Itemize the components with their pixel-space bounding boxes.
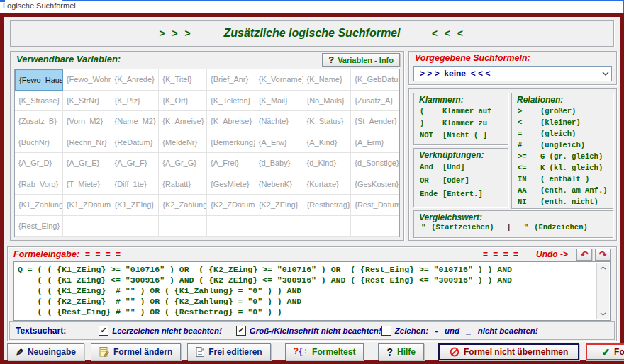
variable-cell[interactable]: {K2_ZEing} <box>255 195 303 216</box>
scroll-down-icon[interactable] <box>597 309 609 319</box>
variable-cell[interactable]: {K_Telefon} <box>207 91 255 112</box>
textsuchart-option: Zeichen: - und _ nicht beachten! <box>381 326 538 336</box>
textsuchart-option: ✓Groß-/Kleinschrift nicht beachten! <box>236 326 381 336</box>
variable-cell[interactable]: {Zusatz_A} <box>351 91 399 112</box>
end-quote-symbol: " <box>524 223 528 232</box>
formula-textbox[interactable]: Q = ( ( {K1_ZEing} >= "010716" ) OR ( {K… <box>13 261 611 321</box>
dialog-body: > > > Zusätzliche logische Suchformel < … <box>4 17 620 360</box>
formula-scrollbar[interactable] <box>596 263 609 319</box>
variables-info-button[interactable]: ? Variablen - Info <box>322 53 400 67</box>
variable-cell[interactable]: {Name_M2} <box>111 111 160 132</box>
variable-cell[interactable]: {K_Titel} <box>159 69 207 91</box>
variable-cell[interactable]: {K1_Zahlung} <box>15 195 63 216</box>
variable-cell[interactable]: {d_Kind} <box>303 153 352 174</box>
dialog-frame: > > > Zusätzliche logische Suchformel < … <box>0 13 624 364</box>
variable-cell[interactable]: {Zusatz_B} <box>15 111 63 132</box>
variable-cell[interactable]: {Restbetrag} <box>303 195 352 216</box>
formulas-dropdown[interactable]: > > > keine < < < <box>413 66 612 81</box>
variable-cell[interactable]: {BuchNr} <box>15 132 63 154</box>
variable-cell[interactable]: {A_Erm} <box>351 132 399 154</box>
variable-cell[interactable]: {Fewo_Wohn} <box>63 69 111 91</box>
question-icon: ? <box>328 55 334 65</box>
variable-cell[interactable]: {K_Status} <box>303 111 352 132</box>
vergleichswert-row: " (Startzeichen) | " (Endzeichen) <box>414 223 613 232</box>
variables-grid: {Fewo_Haus}{Fewo_Wohn}{K_Anrede}{K_Titel… <box>14 69 400 237</box>
variable-cell[interactable]: {A_Gr_F} <box>111 153 160 174</box>
help-item: <=K (kl. gleich) <box>512 162 613 174</box>
variable-cell[interactable]: {K_Abreise} <box>207 111 255 132</box>
formel-uebernehmen-button[interactable]: ✓Formel übernehmen <box>586 343 624 360</box>
variable-cell[interactable]: {K1_ZDatum} <box>63 195 111 216</box>
variable-cell[interactable]: {GesKosten} <box>351 174 399 195</box>
variable-cell[interactable]: {MeldeNr} <box>159 132 207 154</box>
variable-cell[interactable]: {Nächte} <box>255 111 303 132</box>
undo-button[interactable]: ↶ <box>576 249 592 261</box>
variable-cell[interactable]: {St_Aender} <box>351 111 399 132</box>
variable-cell[interactable]: {A_Gr_D} <box>15 153 63 174</box>
variable-cell[interactable]: {Vorn_M2} <box>63 111 111 132</box>
variable-cell[interactable]: {A_Frei} <box>207 153 255 174</box>
redo-button[interactable]: ↷ <box>595 249 611 261</box>
variable-cell[interactable]: {A_Gr_G} <box>159 153 207 174</box>
variable-cell[interactable]: {Rab_Vorg} <box>15 174 63 195</box>
variable-cell[interactable]: {K_Anrede} <box>111 69 160 91</box>
variable-cell[interactable]: {K_Plz} <box>111 91 160 112</box>
variable-cell[interactable]: {Rechn_Nr} <box>63 132 111 154</box>
variable-cell[interactable]: {K_Strasse} <box>15 91 63 112</box>
variable-cell[interactable]: {K1_ZEing} <box>111 195 160 216</box>
variable-cell[interactable]: {K_Name} <box>303 69 352 91</box>
variable-cell[interactable]: {Fewo_Haus} <box>15 69 63 91</box>
formel-nicht-uebernehmen-button[interactable]: Formel nicht übernehmen <box>438 343 579 360</box>
variable-cell[interactable]: {K2_ZDatum} <box>207 195 255 216</box>
variable-cell[interactable]: {K_Anreise} <box>159 111 207 132</box>
variable-cell[interactable]: {T_Miete} <box>63 174 111 195</box>
variable-cell[interactable]: {A_Kind} <box>303 132 352 154</box>
window-titlebar[interactable]: Logische Suchformel <box>0 0 624 13</box>
scroll-up-icon[interactable] <box>597 263 609 273</box>
variable-cell[interactable]: {A_Gr_E} <box>63 153 111 174</box>
variable-cell[interactable]: {K2_Zahlung} <box>159 195 207 216</box>
variable-cell[interactable]: {Rabatt} <box>159 174 207 195</box>
formeltest-button[interactable]: ?{:Formeltest <box>285 343 364 360</box>
checkbox-unchecked-icon[interactable] <box>381 326 391 336</box>
checkbox-checked-icon[interactable]: ✓ <box>236 326 246 336</box>
edit-note-icon <box>99 347 109 357</box>
variable-cell[interactable]: {d_Sonstige} <box>351 153 399 174</box>
variable-cell[interactable]: {A_Erw} <box>255 132 303 154</box>
variable-cell[interactable]: {K_StrNr} <box>63 91 111 112</box>
variable-cell[interactable]: {Bemerkung} <box>207 132 255 154</box>
textsuchart-options: Textsuchart: ✓Leerzeichen nicht beachten… <box>9 321 615 340</box>
variable-cell[interactable]: {ReDatum} <box>111 132 160 154</box>
variable-cell[interactable]: {d_Baby} <box>255 153 303 174</box>
variable-cell[interactable]: {K_Vorname} <box>255 69 303 91</box>
variable-cell[interactable]: {NebenK} <box>255 174 303 195</box>
pencil-icon: ✎ <box>16 348 23 357</box>
formel-aendern-button[interactable]: Formel ändern <box>91 343 181 360</box>
variable-cell[interactable]: {K_Ort} <box>159 91 207 112</box>
hilfe-button[interactable]: ?Hilfe <box>378 343 424 360</box>
variables-panel-title: Verwendbare Variablen: <box>16 54 121 64</box>
variable-cell[interactable]: {No_Mails} <box>303 91 352 112</box>
variable-cell[interactable]: {K_GebDatum} <box>351 69 399 91</box>
frei-editieren-button[interactable]: Frei editieren <box>187 343 270 360</box>
variable-cell[interactable]: {Diff_1te} <box>111 174 160 195</box>
helpers-panel: Klammern: (Klammer auf)Klammer zuNOT[Nic… <box>408 88 617 241</box>
help-item: Ende[Entert.] <box>414 188 508 201</box>
page-title: Zusätzliche logische Suchformel <box>224 27 401 40</box>
textsuchart-label: Textsuchart: <box>16 326 66 336</box>
help-item: <(kleiner) <box>512 117 613 128</box>
help-item: (Klammer auf <box>414 106 508 118</box>
formula-title: Formeleingabe: <box>13 249 79 259</box>
variable-cell[interactable]: {GesMiete} <box>207 174 255 195</box>
variable-cell[interactable]: {Rest_Eing} <box>15 216 63 237</box>
neueingabe-button[interactable]: ✎Neueingabe <box>7 343 84 360</box>
variable-cell[interactable]: {Rest_Datum} <box>351 195 399 216</box>
help-item: )Klammer zu <box>414 118 508 130</box>
variable-cell[interactable]: {Brief_Anr} <box>207 69 255 91</box>
header-banner: > > > Zusätzliche logische Suchformel < … <box>10 20 614 47</box>
predefined-formulas-title: Vorgegebene Suchformeln: <box>415 53 530 63</box>
variable-cell[interactable]: {Kurtaxe} <box>303 174 352 195</box>
checkbox-checked-icon[interactable]: ✓ <box>99 326 108 336</box>
variable-cell[interactable]: {K_Mail} <box>255 91 303 112</box>
button-label: Formeltest <box>312 347 355 357</box>
